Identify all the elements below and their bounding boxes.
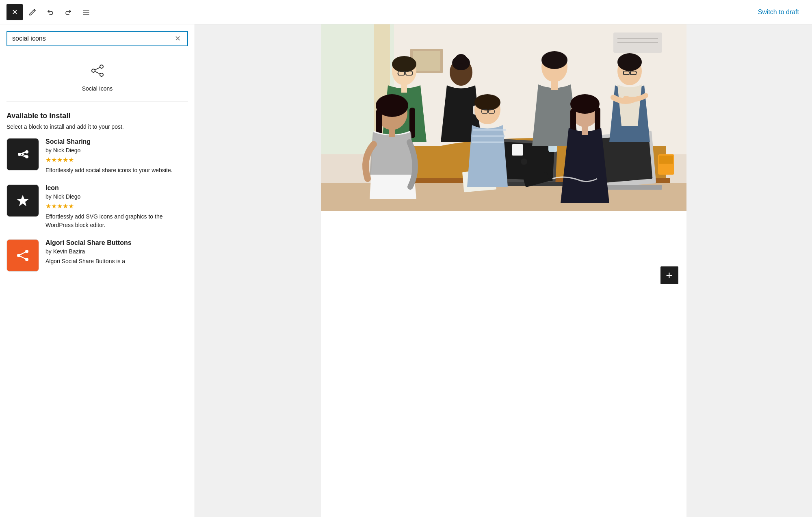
plugin-card-algori[interactable]: Algori Social Share Buttons by Kevin Baz… (6, 239, 188, 272)
svg-rect-47 (659, 156, 673, 164)
svg-rect-44 (512, 144, 523, 156)
svg-point-5 (100, 73, 103, 76)
content-inner: + (321, 24, 686, 517)
search-input[interactable] (12, 35, 173, 42)
toolbar-left: ✕ (6, 4, 94, 20)
svg-point-3 (92, 69, 95, 72)
social-sharing-author: by Nick Diego (45, 147, 188, 154)
svg-point-78 (474, 94, 500, 110)
social-sharing-desc: Effortlessly add social share icons to y… (45, 166, 188, 175)
plugin-card-social-sharing[interactable]: Social Sharing by Nick Diego ★★★★★ Effor… (6, 138, 188, 175)
block-inserter-panel: ✕ Social Icons Available to install Sele… (0, 24, 195, 517)
toolbar-right: Switch to draft (751, 5, 806, 19)
social-sharing-icon (6, 138, 39, 171)
svg-point-4 (100, 65, 103, 68)
undo-button[interactable] (42, 4, 58, 20)
featured-image (321, 24, 686, 211)
icon-plugin-stars: ★★★★★ (45, 202, 188, 210)
menu-button[interactable] (78, 4, 94, 20)
available-section-title: Available to install (6, 112, 188, 120)
svg-rect-91 (582, 126, 588, 135)
svg-rect-25 (413, 51, 440, 71)
social-sharing-name: Social Sharing (45, 138, 188, 145)
svg-point-17 (25, 258, 28, 261)
svg-point-51 (392, 56, 416, 72)
svg-line-6 (95, 67, 100, 70)
builtin-block-label: Social Icons (82, 85, 113, 92)
content-area: + (195, 24, 812, 517)
social-icons-block-icon (89, 63, 106, 82)
svg-marker-13 (17, 195, 29, 206)
svg-line-7 (95, 71, 100, 74)
plugin-card-icon[interactable]: Icon by Nick Diego ★★★★★ Effortlessly ad… (6, 184, 188, 229)
search-clear-button[interactable]: ✕ (173, 35, 182, 42)
available-section-subtitle: Select a block to install and add it to … (6, 123, 188, 130)
search-box: ✕ (6, 31, 188, 46)
content-below-image: + (321, 211, 686, 292)
algori-plugin-desc: Algori Social Share Buttons is a (45, 257, 188, 266)
icon-plugin-desc: Effortlessly add SVG icons and graphics … (45, 212, 188, 229)
icon-plugin-author: by Nick Diego (45, 193, 188, 200)
toolbar: ✕ Switch to d (0, 0, 812, 24)
available-to-install-section: Available to install Select a block to i… (6, 112, 188, 272)
svg-rect-64 (551, 81, 558, 90)
main-layout: ✕ Social Icons Available to install Sele… (0, 24, 812, 517)
svg-point-63 (541, 51, 567, 69)
svg-point-60 (455, 54, 467, 64)
svg-point-16 (25, 250, 28, 253)
switch-to-draft-button[interactable]: Switch to draft (751, 5, 806, 19)
svg-point-9 (18, 153, 21, 156)
svg-point-66 (617, 53, 642, 71)
algori-plugin-name: Algori Social Share Buttons (45, 239, 188, 247)
social-sharing-stars: ★★★★★ (45, 156, 188, 164)
redo-button[interactable] (60, 4, 76, 20)
icon-plugin-info: Icon by Nick Diego ★★★★★ Effortlessly ad… (45, 184, 188, 229)
svg-point-8 (25, 150, 28, 154)
algori-plugin-info: Algori Social Share Buttons by Kevin Baz… (45, 239, 188, 266)
svg-point-15 (17, 254, 20, 257)
icon-plugin-icon (6, 184, 39, 217)
svg-rect-76 (389, 129, 395, 137)
close-button[interactable]: ✕ (6, 4, 23, 20)
icon-plugin-name: Icon (45, 184, 188, 192)
svg-rect-57 (401, 84, 407, 93)
social-sharing-info: Social Sharing by Nick Diego ★★★★★ Effor… (45, 138, 188, 175)
algori-plugin-author: by Kevin Bazira (45, 248, 188, 255)
add-block-button[interactable]: + (660, 266, 678, 284)
edit-button[interactable] (24, 4, 41, 20)
svg-point-10 (25, 155, 28, 158)
builtin-block-result[interactable]: Social Icons (6, 56, 188, 102)
svg-point-40 (521, 158, 527, 165)
algori-plugin-icon (6, 239, 39, 272)
